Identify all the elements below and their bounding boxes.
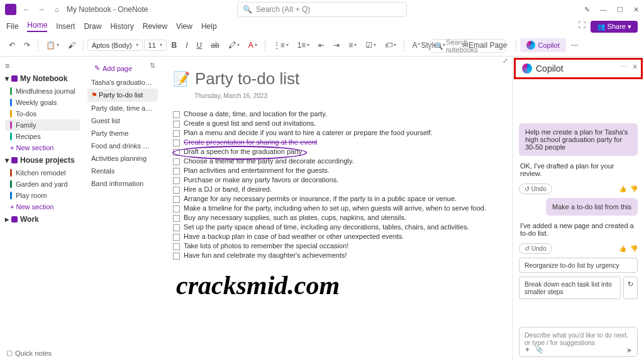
checkbox-icon[interactable] — [173, 158, 180, 165]
todo-item[interactable]: Make a timeline for the party, including… — [173, 204, 499, 213]
format-painter-button[interactable]: 🖌 — [64, 38, 79, 52]
clipboard-button[interactable]: 📋▾ — [42, 38, 63, 52]
undo-button[interactable]: ↶ — [5, 38, 19, 52]
bullets-button[interactable]: ⋮≡▾ — [269, 38, 292, 52]
copilot-suggestion[interactable]: Break down each task list into smaller s… — [519, 277, 621, 299]
thumbs-up-icon[interactable]: 👍 — [619, 185, 626, 192]
todo-tag-button[interactable]: ☑▾ — [362, 38, 380, 52]
page-item[interactable]: Food and drinks menu — [87, 140, 158, 152]
section-mindfulness-journal[interactable]: Mindfulness journal — [5, 85, 80, 97]
checkbox-icon[interactable] — [173, 215, 180, 222]
checkbox-icon[interactable] — [173, 177, 180, 184]
checkbox-icon[interactable] — [173, 168, 180, 175]
font-color-button[interactable]: A▾ — [245, 38, 261, 52]
menu-help[interactable]: Help — [201, 22, 217, 31]
thumbs-down-icon[interactable]: 👎 — [630, 245, 638, 252]
italic-button[interactable]: I — [182, 38, 191, 52]
copilot-input[interactable]: Describe what you'd like to do next, or … — [519, 327, 638, 357]
copilot-more-icon[interactable]: ⋯ — [620, 63, 627, 71]
new-section-button[interactable]: + New section — [5, 201, 80, 212]
share-button[interactable]: 👥 Share ▾ — [591, 21, 638, 33]
todo-item[interactable]: Choose a date, time, and location for th… — [173, 109, 499, 119]
section-family[interactable]: Family — [5, 119, 80, 131]
page-title[interactable]: 📝 Party to-do list — [173, 69, 499, 89]
notebook-house-projects[interactable]: ▾ House projects — [5, 153, 80, 167]
forward-button[interactable]: → — [35, 3, 48, 16]
todo-item[interactable]: Set up the party space ahead of time, in… — [173, 222, 499, 232]
todo-item[interactable]: Hire a DJ or band, if desired. — [173, 185, 499, 194]
checkbox-icon[interactable] — [173, 234, 180, 241]
page-item[interactable]: Party theme — [87, 127, 158, 140]
menu-review[interactable]: Review — [143, 22, 167, 31]
page-item[interactable]: Tasha's graduation par... — [87, 76, 158, 89]
copilot-ribbon-button[interactable]: Copilot — [520, 38, 565, 52]
todo-item[interactable]: Plan activities and entertainment for th… — [173, 166, 499, 175]
menu-draw[interactable]: Draw — [84, 22, 101, 31]
hamburger-icon[interactable]: ≡ — [5, 60, 80, 72]
font-size-select[interactable]: 11▾ — [144, 40, 167, 51]
section-recipes[interactable]: Recipes — [5, 131, 80, 142]
close-icon[interactable]: ✕ — [633, 6, 639, 14]
menu-insert[interactable]: Insert — [56, 22, 75, 31]
underline-button[interactable]: U — [193, 38, 206, 52]
checkbox-icon[interactable] — [173, 130, 180, 137]
thumbs-down-icon[interactable]: 👎 — [630, 185, 638, 192]
font-name-select[interactable]: Aptos (Body)▾ — [87, 40, 143, 51]
checkbox-icon[interactable] — [173, 187, 180, 194]
checkbox-icon[interactable] — [173, 253, 180, 260]
section-play-room[interactable]: Play room — [5, 190, 80, 201]
page-item[interactable]: ⚑Party to-do list — [87, 89, 158, 102]
todo-item[interactable]: Create a guest list and send out invitat… — [173, 119, 499, 128]
todo-item[interactable]: Have a backup plan in case of bad weathe… — [173, 232, 499, 241]
page-item[interactable]: Guest list — [87, 114, 158, 127]
page-item[interactable]: Party date, time and locat... — [87, 102, 158, 114]
todo-item[interactable]: Purchase or make any party favors or dec… — [173, 175, 499, 185]
more-button[interactable]: ⋯ — [567, 38, 582, 52]
redo-button[interactable]: ↷ — [20, 38, 34, 52]
strikethrough-button[interactable]: ab — [207, 38, 223, 52]
global-search[interactable]: 🔍 Search (Alt + Q) — [237, 2, 407, 17]
menu-history[interactable]: History — [110, 22, 133, 31]
checkbox-icon[interactable] — [173, 243, 180, 250]
page-item[interactable]: Rentals — [87, 165, 158, 177]
checkbox-icon[interactable] — [173, 140, 180, 146]
checkbox-icon[interactable] — [173, 121, 180, 128]
checkbox-icon[interactable] — [173, 196, 180, 203]
copilot-undo-button[interactable]: ↺ Undo — [519, 184, 552, 194]
quick-notes-button[interactable]: ▢ Quick notes — [6, 349, 52, 357]
todo-item[interactable]: Buy any necessary supplies, such as plat… — [173, 213, 499, 222]
home-icon[interactable]: ⌂ — [50, 3, 63, 16]
outdent-button[interactable]: ⇤ — [314, 38, 328, 52]
checkbox-icon[interactable] — [173, 224, 180, 231]
minimize-icon[interactable]: — — [600, 6, 607, 14]
expand-icon[interactable]: ⤢ — [502, 57, 508, 65]
todo-item[interactable]: Arrange for any necessary permits or ins… — [173, 194, 499, 204]
refresh-suggestions-icon[interactable]: ↻ — [623, 277, 638, 299]
fullscreen-icon[interactable]: ⛶ — [578, 21, 586, 33]
section-garden-and-yard[interactable]: Garden and yard — [5, 178, 80, 190]
todo-item[interactable]: Draft a speech for the graduation party — [173, 147, 499, 156]
todo-item[interactable]: Take lots of photos to remember the spec… — [173, 241, 499, 251]
page-item[interactable]: Activities planning — [87, 152, 158, 165]
section-weekly-goals[interactable]: Weekly goals — [5, 97, 80, 108]
section-kitchen-remodel[interactable]: Kitchen remodel — [5, 167, 80, 178]
todo-item[interactable]: Plan a menu and decide if you want to hi… — [173, 128, 499, 138]
tag-button[interactable]: 🏷▾ — [381, 38, 400, 52]
search-notebooks-input[interactable]: 🔍 Search notebooks — [430, 39, 506, 53]
sort-pages-icon[interactable]: ⇅ — [150, 62, 155, 75]
maximize-icon[interactable]: ☐ — [617, 6, 623, 14]
page-item[interactable]: Band information — [87, 177, 158, 190]
menu-home[interactable]: Home — [27, 21, 47, 32]
notebook-my-notebook[interactable]: ▾ My Notebook — [5, 72, 80, 85]
todo-item[interactable]: Have fun and celebrate my daughter's ach… — [173, 251, 499, 260]
section-to-dos[interactable]: To-dos — [5, 108, 80, 119]
highlight-button[interactable]: 🖍▾ — [225, 38, 243, 52]
copilot-close-icon[interactable]: ✕ — [632, 63, 638, 71]
add-page-button[interactable]: ✎ Add page — [90, 62, 136, 75]
checkbox-icon[interactable] — [173, 206, 180, 212]
send-icon[interactable]: ➤ — [626, 346, 632, 354]
sparkle-icon[interactable]: ✦ — [525, 346, 530, 354]
bold-button[interactable]: B — [168, 38, 181, 52]
attach-icon[interactable]: 📎 — [535, 346, 543, 354]
copilot-suggestion[interactable]: Reorganize to-do list by urgency — [519, 258, 638, 273]
